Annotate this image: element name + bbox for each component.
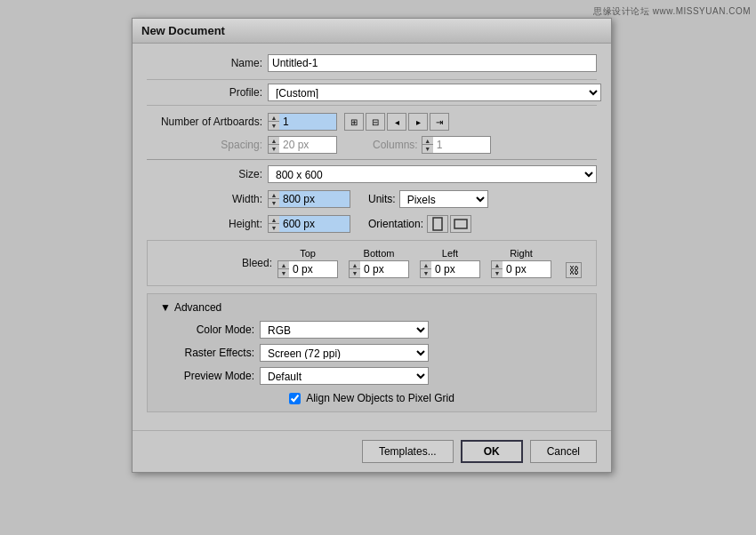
raster-select[interactable]: Screen (72 ppi) Medium (150 ppi) High (3… <box>260 344 429 362</box>
orientation-label: Orientation: <box>368 218 423 230</box>
bleed-left-up[interactable]: ▲ <box>421 261 431 269</box>
bleed-bottom-input[interactable] <box>360 260 409 278</box>
svg-rect-1 <box>454 220 467 228</box>
columns-label: Columns: <box>373 139 418 151</box>
units-label: Units: <box>368 193 396 205</box>
bleed-right-down[interactable]: ▼ <box>492 269 503 277</box>
artboards-down-btn[interactable]: ▼ <box>269 122 279 130</box>
profile-select[interactable]: [Custom] Print Web Mobile <box>268 84 601 101</box>
bleed-right-label: Right <box>510 248 533 259</box>
width-input[interactable] <box>279 190 350 208</box>
triangle-icon: ▼ <box>160 301 171 314</box>
ok-button[interactable]: OK <box>461 440 523 463</box>
height-down-btn[interactable]: ▼ <box>269 224 279 232</box>
bleed-top-input[interactable] <box>289 260 338 278</box>
spacing-down-btn[interactable]: ▼ <box>269 145 279 153</box>
bleed-left-label: Left <box>442 248 458 259</box>
landscape-btn[interactable] <box>450 215 471 233</box>
bleed-left-input[interactable] <box>431 260 480 278</box>
link-bleed-btn[interactable]: ⛓ <box>566 262 582 278</box>
dialog-title: New Document <box>133 19 611 44</box>
preview-select[interactable]: Default Pixel Overprint <box>260 367 429 385</box>
raster-label: Raster Effects: <box>157 347 254 359</box>
bleed-left-down[interactable]: ▼ <box>421 269 431 277</box>
color-mode-select[interactable]: RGB CMYK <box>260 321 429 339</box>
templates-button[interactable]: Templates... <box>362 440 454 463</box>
name-label: Name: <box>147 57 262 69</box>
watermark: 思缘设计论坛 www.MISSYUAN.COM <box>593 5 751 18</box>
bleed-top-down[interactable]: ▼ <box>278 269 289 277</box>
bleed-bottom-up[interactable]: ▲ <box>350 261 360 269</box>
portrait-btn[interactable] <box>427 215 448 233</box>
dialog: New Document Name: Profile: [Custom] Pri… <box>132 18 612 473</box>
align-checkbox[interactable] <box>289 393 301 404</box>
columns-down-btn[interactable]: ▼ <box>422 145 433 153</box>
bleed-bottom-down[interactable]: ▼ <box>350 269 360 277</box>
width-up-btn[interactable]: ▲ <box>269 191 279 199</box>
advanced-toggle[interactable]: ▼ Advanced <box>157 301 587 314</box>
height-label: Height: <box>147 218 262 230</box>
spacing-label: Spacing: <box>147 139 262 151</box>
width-label: Width: <box>147 193 262 205</box>
artboards-label: Number of Artboards: <box>147 116 262 128</box>
bleed-right-up[interactable]: ▲ <box>492 261 503 269</box>
left-icon[interactable]: ◂ <box>387 113 406 131</box>
columns-input[interactable] <box>433 136 491 154</box>
last-icon[interactable]: ⇥ <box>430 113 449 131</box>
profile-label: Profile: <box>147 86 262 99</box>
columns-up-btn[interactable]: ▲ <box>422 137 433 145</box>
arrange-grid-icon[interactable]: ⊞ <box>344 113 364 131</box>
preview-label: Preview Mode: <box>157 370 254 382</box>
cancel-button[interactable]: Cancel <box>530 440 597 463</box>
bleed-top-up[interactable]: ▲ <box>278 261 289 269</box>
units-select[interactable]: Pixels Inches Centimeters <box>399 190 488 208</box>
spacing-input[interactable] <box>279 136 337 154</box>
bleed-bottom-label: Bottom <box>364 248 395 259</box>
align-label: Align New Objects to Pixel Grid <box>306 392 454 404</box>
width-down-btn[interactable]: ▼ <box>269 199 279 207</box>
size-select[interactable]: 800 x 600 Letter A4 <box>268 165 597 183</box>
size-label: Size: <box>147 168 262 180</box>
bleed-top-label: Top <box>300 248 316 259</box>
name-input[interactable] <box>268 54 597 72</box>
arrange-row-icon[interactable]: ⊟ <box>366 113 385 131</box>
advanced-label: Advanced <box>174 301 221 314</box>
height-up-btn[interactable]: ▲ <box>269 216 279 224</box>
color-mode-label: Color Mode: <box>157 323 254 336</box>
bleed-label: Bleed: <box>157 257 272 269</box>
artboards-input[interactable] <box>279 113 337 131</box>
height-input[interactable] <box>279 215 350 233</box>
svg-rect-0 <box>433 218 442 230</box>
artboards-up-btn[interactable]: ▲ <box>269 114 279 122</box>
bleed-right-input[interactable] <box>503 260 551 278</box>
right-icon[interactable]: ▸ <box>408 113 428 131</box>
spacing-up-btn[interactable]: ▲ <box>269 137 279 145</box>
